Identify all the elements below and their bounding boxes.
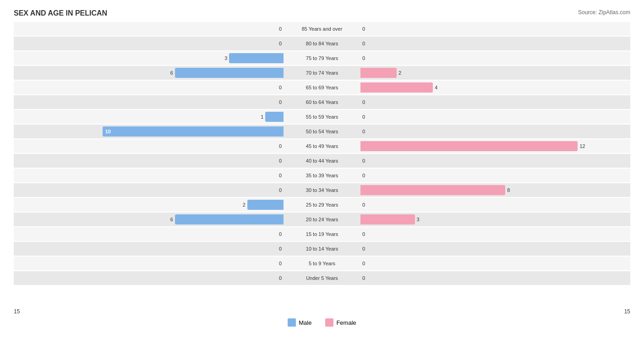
male-value: 0: [273, 26, 282, 32]
male-value: 0: [273, 99, 282, 105]
female-value: 4: [435, 85, 444, 90]
left-section: 0: [14, 97, 285, 107]
age-label: 45 to 49 Years: [285, 143, 359, 149]
female-value: 0: [362, 275, 371, 281]
male-value: 0: [273, 187, 282, 193]
right-section: 0: [359, 38, 630, 49]
male-value: 2: [236, 202, 246, 208]
legend-male: Male: [288, 318, 311, 327]
chart-row: 2 25 to 29 Years 0: [14, 198, 630, 212]
male-value: 0: [273, 85, 282, 90]
female-value: 12: [579, 143, 589, 149]
right-section: 12: [359, 141, 630, 151]
left-section: 2: [14, 200, 285, 210]
legend: Male Female: [14, 318, 630, 327]
female-value: 0: [362, 99, 371, 105]
right-section: 3: [359, 214, 630, 224]
male-value: 1: [254, 114, 263, 120]
chart-row: 6 70 to 74 Years 2: [14, 66, 630, 80]
male-value: 0: [273, 261, 282, 266]
axis-right-label: 15: [624, 308, 630, 315]
bar-female: [360, 141, 578, 151]
age-label: 60 to 64 Years: [285, 99, 359, 105]
female-value: 0: [362, 129, 371, 134]
age-label: 85 Years and over: [285, 26, 359, 32]
bar-male: 10: [103, 126, 284, 137]
female-value: 8: [507, 187, 516, 193]
left-section: 0: [14, 258, 285, 268]
age-label: Under 5 Years: [285, 275, 359, 281]
bar-female: [360, 82, 433, 93]
left-section: 10: [14, 126, 285, 137]
male-value: 0: [273, 231, 282, 237]
female-value: 0: [362, 158, 371, 164]
age-label: 15 to 19 Years: [285, 231, 359, 237]
right-section: 0: [359, 156, 630, 166]
chart-row: 0 45 to 49 Years 12: [14, 139, 630, 153]
legend-female-box: [325, 318, 333, 327]
bar-female: [360, 185, 505, 195]
left-section: 0: [14, 185, 285, 195]
chart-row: 0 40 to 44 Years 0: [14, 154, 630, 168]
chart-row: 0 30 to 34 Years 8: [14, 183, 630, 197]
male-value: 0: [273, 275, 282, 281]
chart-row: 0 80 to 84 Years 0: [14, 37, 630, 50]
chart-row: 0 60 to 64 Years 0: [14, 95, 630, 109]
left-section: 0: [14, 229, 285, 239]
left-section: 0: [14, 24, 285, 34]
female-value: 2: [398, 70, 408, 76]
female-value: 0: [362, 261, 371, 266]
left-section: 6: [14, 214, 285, 224]
right-section: 2: [359, 68, 630, 78]
left-section: 0: [14, 170, 285, 180]
chart-row: 0 10 to 14 Years 0: [14, 242, 630, 256]
right-section: 0: [359, 112, 630, 122]
female-value: 3: [417, 217, 426, 222]
male-value: 6: [164, 217, 173, 222]
chart-area: 0 85 Years and over 0 0 80 to 84 Years 0…: [14, 22, 630, 306]
chart-row: 0 Under 5 Years 0: [14, 271, 630, 285]
left-section: 0: [14, 38, 285, 49]
age-label: 55 to 59 Years: [285, 114, 359, 120]
axis-left-label: 15: [14, 308, 20, 315]
female-value: 0: [362, 55, 371, 61]
left-section: 0: [14, 82, 285, 93]
right-section: 0: [359, 244, 630, 254]
legend-female-label: Female: [336, 319, 356, 326]
male-value: 0: [273, 143, 282, 149]
bar-male: [265, 112, 284, 122]
female-value: 0: [362, 246, 371, 252]
chart-row: 10 50 to 54 Years 0: [14, 125, 630, 138]
right-section: 8: [359, 185, 630, 195]
left-section: 6: [14, 68, 285, 78]
age-label: 80 to 84 Years: [285, 41, 359, 46]
right-section: 0: [359, 53, 630, 63]
age-label: 25 to 29 Years: [285, 202, 359, 208]
axis-bottom: 15 15: [14, 308, 630, 315]
age-label: 70 to 74 Years: [285, 70, 359, 76]
right-section: 0: [359, 97, 630, 107]
chart-row: 0 15 to 19 Years 0: [14, 227, 630, 241]
bar-male: [229, 53, 284, 63]
age-label: 40 to 44 Years: [285, 158, 359, 164]
female-value: 0: [362, 41, 371, 46]
right-section: 0: [359, 258, 630, 268]
chart-row: 1 55 to 59 Years 0: [14, 110, 630, 124]
right-section: 0: [359, 200, 630, 210]
male-value: 0: [273, 246, 282, 252]
bar-male: [175, 214, 284, 224]
right-section: 0: [359, 273, 630, 283]
left-section: 0: [14, 141, 285, 151]
chart-row: 0 85 Years and over 0: [14, 22, 630, 36]
age-label: 50 to 54 Years: [285, 129, 359, 134]
bar-female: [360, 68, 397, 78]
female-value: 0: [362, 202, 371, 208]
right-section: 0: [359, 126, 630, 137]
male-value: 0: [273, 41, 282, 46]
bar-male: [175, 68, 284, 78]
male-value-inside: 10: [105, 129, 111, 134]
bar-male: [247, 200, 284, 210]
female-value: 0: [362, 26, 371, 32]
male-value: 6: [164, 70, 173, 76]
chart-row: 6 20 to 24 Years 3: [14, 213, 630, 226]
